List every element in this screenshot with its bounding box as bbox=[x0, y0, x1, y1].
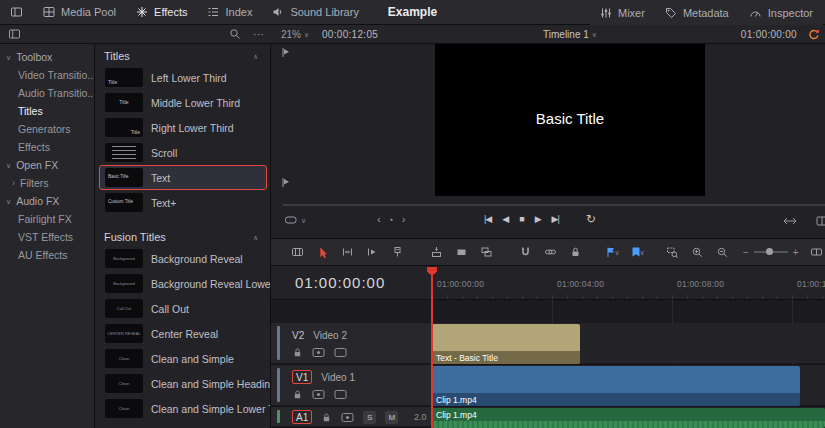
titles-group-header[interactable]: Titles ∧ bbox=[96, 47, 270, 65]
track-enable-icon[interactable] bbox=[334, 389, 347, 400]
inspector-button[interactable]: Inspector bbox=[739, 0, 823, 25]
effects-options-menu[interactable]: ··· bbox=[253, 25, 264, 43]
auto-select-icon[interactable] bbox=[312, 347, 325, 358]
sidebar-item-audio-transitions[interactable]: Audio Transitio... bbox=[0, 84, 94, 102]
stop-button[interactable]: ■ bbox=[519, 214, 523, 224]
last-frame-button[interactable]: ▶| bbox=[552, 214, 559, 224]
linked-selection-button[interactable] bbox=[538, 241, 563, 263]
full-extent-zoom-button[interactable] bbox=[710, 241, 735, 263]
viewer-flag-bottom-icon[interactable] bbox=[281, 177, 292, 188]
sidebar-item-generators[interactable]: Generators bbox=[0, 120, 94, 138]
loop-button[interactable]: ↻ bbox=[586, 212, 596, 226]
effect-item-background-reveal[interactable]: Background Background Reveal bbox=[99, 246, 267, 271]
sidebar-item-vst-effects[interactable]: VST Effects bbox=[0, 228, 94, 246]
play-button[interactable]: ▶ bbox=[535, 214, 541, 224]
workspace-toggle-button[interactable] bbox=[0, 0, 33, 24]
insert-clip-button[interactable] bbox=[424, 241, 449, 263]
effect-item-text-plus[interactable]: Custom Title Text+ bbox=[99, 190, 267, 215]
media-pool-button[interactable]: Media Pool bbox=[33, 0, 126, 24]
track-name-v1[interactable]: Video 1 bbox=[321, 372, 355, 383]
effect-item-text[interactable]: Basic Title Text bbox=[99, 165, 267, 190]
effect-item-right-lower-third[interactable]: Title Right Lower Third bbox=[99, 115, 267, 140]
track-lock-icon[interactable] bbox=[321, 412, 332, 423]
razor-edit-mode-button[interactable] bbox=[385, 241, 410, 263]
sidebar-item-open-fx[interactable]: ∨Open FX bbox=[0, 156, 94, 174]
next-clip-button[interactable]: › bbox=[402, 213, 406, 225]
track-id-a1[interactable]: A1 bbox=[292, 410, 312, 424]
effect-item-background-reveal-lower[interactable]: Background Background Reveal Lower... bbox=[99, 271, 267, 296]
track-lock-icon[interactable] bbox=[292, 389, 303, 400]
mixer-button[interactable]: Mixer bbox=[590, 0, 655, 25]
sidebar-item-audio-fx[interactable]: ∨Audio FX bbox=[0, 192, 94, 210]
dynamic-trim-mode-button[interactable] bbox=[360, 241, 385, 263]
replace-clip-button[interactable] bbox=[474, 241, 499, 263]
playhead-line[interactable] bbox=[431, 267, 433, 428]
resync-indicator-button[interactable] bbox=[807, 25, 820, 43]
first-frame-button[interactable]: |◀ bbox=[484, 214, 491, 224]
zoom-slider-track[interactable] bbox=[754, 251, 788, 253]
track-enable-icon[interactable] bbox=[334, 347, 347, 358]
effects-library-button[interactable]: Effects bbox=[126, 0, 197, 24]
effect-item-call-out[interactable]: Call Out Call Out bbox=[99, 296, 267, 321]
sidebar-item-video-transitions[interactable]: Video Transitio... bbox=[0, 66, 94, 84]
zoom-slider[interactable]: − + bbox=[743, 247, 799, 258]
sidebar-item-fairlight-fx[interactable]: Fairlight FX bbox=[0, 210, 94, 228]
effect-thumbnail: Call Out bbox=[105, 299, 143, 318]
detail-zoom-button[interactable] bbox=[685, 241, 710, 263]
auto-select-icon[interactable] bbox=[312, 389, 325, 400]
play-reverse-button[interactable]: ◀ bbox=[502, 214, 508, 224]
viewer-flag-top-icon[interactable] bbox=[281, 47, 292, 58]
previous-clip-button[interactable]: ‹ bbox=[377, 213, 381, 225]
match-frame-button[interactable] bbox=[783, 216, 797, 226]
edit-index-button[interactable]: Index bbox=[197, 0, 262, 24]
overwrite-clip-button[interactable] bbox=[449, 241, 474, 263]
custom-zoom-button[interactable] bbox=[660, 241, 685, 263]
track-id-v1[interactable]: V1 bbox=[292, 370, 312, 384]
effects-search-button[interactable] bbox=[229, 25, 241, 43]
sidebar-item-effects[interactable]: Effects bbox=[0, 138, 94, 156]
marker-button[interactable]: ∨ bbox=[625, 241, 650, 263]
mute-button[interactable]: M bbox=[385, 411, 398, 424]
flag-button[interactable]: ∨ bbox=[600, 241, 625, 263]
sidebar-item-titles[interactable]: Titles bbox=[0, 102, 94, 120]
trim-edit-mode-button[interactable] bbox=[335, 241, 360, 263]
sidebar-item-au-effects[interactable]: AU Effects bbox=[0, 246, 94, 264]
position-lock-button[interactable] bbox=[563, 241, 588, 263]
viewer-canvas[interactable]: Basic Title bbox=[435, 44, 705, 196]
snapping-button[interactable] bbox=[513, 241, 538, 263]
track-header-a1[interactable]: A1 S M 2.0 bbox=[271, 407, 432, 426]
effect-item-clean-and-simple-lower[interactable]: Clean Clean and Simple Lower T... bbox=[99, 396, 267, 421]
timeline-selector[interactable]: Timeline 1 ∨ bbox=[435, 25, 705, 43]
sidebar-item-filters[interactable]: ›Filters bbox=[0, 174, 94, 192]
effect-item-clean-and-simple[interactable]: Clean Clean and Simple bbox=[99, 346, 267, 371]
viewer-edge-button[interactable] bbox=[816, 216, 825, 226]
viewer-zoom-select[interactable]: 21% ∨ bbox=[281, 25, 309, 43]
track-id-v2[interactable]: V2 bbox=[292, 330, 304, 341]
sound-library-button[interactable]: Sound Library bbox=[262, 0, 369, 24]
track-name-v2[interactable]: Video 2 bbox=[313, 330, 347, 341]
viewer-scrubber-bar[interactable] bbox=[283, 204, 825, 206]
timeline-view-options-button[interactable] bbox=[285, 241, 310, 263]
auto-select-icon[interactable] bbox=[341, 412, 354, 423]
effect-item-clean-and-simple-heading[interactable]: Clean Clean and Simple Heading... bbox=[99, 371, 267, 396]
timeline-ruler[interactable]: 01:00:00:00 01:00:00:00 01:00:04:00 01:0… bbox=[271, 266, 825, 300]
timeline-clip-title[interactable]: Text - Basic Title bbox=[432, 324, 580, 364]
track-lock-icon[interactable] bbox=[292, 347, 303, 358]
effect-item-middle-lower-third[interactable]: Title Middle Lower Third bbox=[99, 90, 267, 115]
sidebar-item-toolbox[interactable]: ∨Toolbox bbox=[0, 48, 94, 66]
timeline-clip-audio[interactable]: Clip 1.mp4 bbox=[432, 408, 825, 428]
track-header-v2[interactable]: V2 Video 2 bbox=[271, 323, 432, 363]
effect-item-scroll[interactable]: Scroll bbox=[99, 140, 267, 165]
timeline-right-panel-button[interactable] bbox=[804, 241, 825, 263]
panel-layout-button[interactable] bbox=[8, 25, 21, 43]
solo-button[interactable]: S bbox=[363, 411, 376, 424]
viewer-overlay-tool-button[interactable]: ∨ bbox=[284, 214, 306, 226]
selection-mode-button[interactable] bbox=[310, 241, 335, 263]
track-header-v1[interactable]: V1 Video 1 bbox=[271, 365, 432, 405]
effect-item-center-reveal[interactable]: CENTER REVEAL Center Reveal bbox=[99, 321, 267, 346]
zoom-slider-thumb[interactable] bbox=[766, 248, 773, 255]
timeline-clip-video[interactable]: Clip 1.mp4 bbox=[432, 366, 800, 406]
effect-item-left-lower-third[interactable]: Title Left Lower Third bbox=[99, 65, 267, 90]
fusion-titles-group-header[interactable]: Fusion Titles ∧ bbox=[96, 228, 270, 246]
metadata-button[interactable]: Metadata bbox=[655, 0, 739, 25]
